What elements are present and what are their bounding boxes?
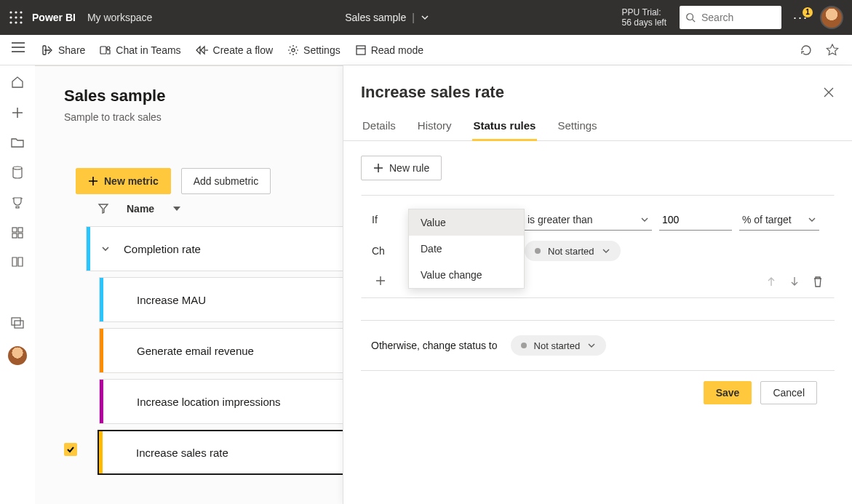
new-rule-button[interactable]: New rule xyxy=(361,156,442,180)
expand-toggle[interactable] xyxy=(90,244,121,253)
delete-rule-button[interactable] xyxy=(812,276,824,287)
svg-rect-22 xyxy=(18,228,23,232)
status-dot-icon xyxy=(535,248,541,254)
plus-icon xyxy=(88,176,98,186)
tab-settings[interactable]: Settings xyxy=(556,115,598,140)
svg-point-8 xyxy=(20,21,22,23)
arrow-up-icon xyxy=(765,276,777,287)
nav-rail xyxy=(0,65,35,365)
workspaces-icon xyxy=(11,317,24,329)
svg-rect-15 xyxy=(100,47,106,54)
more-badge: 1 xyxy=(803,7,813,17)
svg-point-20 xyxy=(13,167,22,169)
close-icon xyxy=(823,87,835,98)
status-color-bar xyxy=(100,278,103,321)
svg-point-5 xyxy=(20,16,22,18)
trial-status[interactable]: PPU Trial: 56 days left xyxy=(622,7,666,28)
document-switcher[interactable]: Sales sample | xyxy=(345,12,429,23)
name-column-header[interactable]: Name xyxy=(127,203,154,215)
chevron-down-icon xyxy=(602,247,610,255)
share-button[interactable]: Share xyxy=(42,44,85,56)
rail-home[interactable] xyxy=(11,76,24,89)
svg-point-9 xyxy=(687,14,693,20)
read-icon xyxy=(355,44,367,56)
otherwise-row: Otherwise, change status to Not started xyxy=(361,320,835,371)
rail-workspaces[interactable] xyxy=(11,317,24,329)
move-up-button[interactable] xyxy=(765,276,777,287)
rail-create[interactable] xyxy=(11,106,24,119)
cancel-button[interactable]: Cancel xyxy=(760,381,817,404)
rail-my-workspace[interactable] xyxy=(8,346,27,365)
rail-browse[interactable] xyxy=(11,137,24,148)
tab-details[interactable]: Details xyxy=(361,115,397,140)
rail-goals[interactable] xyxy=(11,196,24,209)
trash-icon xyxy=(812,276,824,287)
flow-icon xyxy=(196,45,209,55)
create-flow-button[interactable]: Create a flow xyxy=(196,44,273,56)
user-avatar[interactable] xyxy=(820,6,843,29)
search-icon xyxy=(685,12,696,23)
chat-teams-button[interactable]: Chat in Teams xyxy=(100,44,180,56)
favorite-button[interactable] xyxy=(826,44,839,57)
panel-tabs: DetailsHistoryStatus rulesSettings xyxy=(343,106,852,141)
read-mode-button[interactable]: Read mode xyxy=(355,44,423,56)
status-select[interactable]: Not started xyxy=(525,241,621,261)
data-icon xyxy=(12,166,23,179)
hamburger-icon[interactable] xyxy=(12,42,25,52)
svg-rect-24 xyxy=(18,233,23,238)
svg-point-0 xyxy=(9,11,12,13)
field-option-value[interactable]: Value xyxy=(409,209,524,236)
move-down-button[interactable] xyxy=(789,276,800,287)
panel-title: Increase sales rate xyxy=(361,83,504,102)
rail-learn[interactable] xyxy=(11,256,24,268)
page-subtitle: Sample to track sales xyxy=(64,111,165,123)
trophy-icon xyxy=(11,196,24,209)
unit-select[interactable]: % of target xyxy=(739,209,819,231)
app-launcher-icon[interactable] xyxy=(9,10,23,25)
settings-button[interactable]: Settings xyxy=(287,44,341,56)
search-box[interactable] xyxy=(680,6,781,29)
book-icon xyxy=(11,256,24,268)
threshold-input[interactable] xyxy=(659,209,732,231)
share-icon xyxy=(42,44,54,56)
plus-icon xyxy=(373,163,383,173)
close-button[interactable] xyxy=(823,87,835,98)
status-color-bar xyxy=(100,329,103,372)
plus-icon xyxy=(11,106,24,119)
row-checkbox[interactable] xyxy=(64,443,77,456)
chevron-down-icon xyxy=(640,215,649,224)
search-input[interactable] xyxy=(700,11,765,24)
svg-point-3 xyxy=(9,16,12,18)
rail-apps[interactable] xyxy=(12,227,23,239)
if-condition-row: If Value is greater than % of target Val… xyxy=(372,209,824,231)
arrow-down-icon xyxy=(789,276,800,287)
tab-history[interactable]: History xyxy=(416,115,453,140)
tab-status-rules[interactable]: Status rules xyxy=(472,115,538,141)
svg-point-2 xyxy=(20,11,22,13)
field-option-date[interactable]: Date xyxy=(409,236,524,262)
workspace-label[interactable]: My workspace xyxy=(87,12,152,23)
more-menu[interactable]: ··· 1 xyxy=(793,10,808,25)
save-button[interactable]: Save xyxy=(704,381,752,404)
sort-icon[interactable] xyxy=(173,207,180,211)
add-submetric-button[interactable]: Add submetric xyxy=(181,168,271,194)
chevron-down-icon xyxy=(421,13,429,22)
new-metric-button[interactable]: New metric xyxy=(76,168,171,194)
field-option-value-change[interactable]: Value change xyxy=(409,262,524,288)
field-dropdown: ValueDateValue change xyxy=(408,209,525,289)
refresh-button[interactable] xyxy=(800,44,813,57)
svg-line-10 xyxy=(693,20,696,23)
home-icon xyxy=(11,76,24,89)
svg-point-17 xyxy=(292,48,295,51)
plus-icon xyxy=(375,275,386,287)
svg-rect-23 xyxy=(12,233,17,238)
otherwise-status-select[interactable]: Not started xyxy=(511,335,607,356)
rail-data[interactable] xyxy=(12,166,23,179)
svg-point-6 xyxy=(9,21,12,23)
status-color-bar xyxy=(99,431,103,473)
operator-select[interactable]: is greater than xyxy=(525,209,652,231)
add-condition-button[interactable] xyxy=(372,275,386,287)
rule-block: If Value is greater than % of target Val… xyxy=(361,195,835,298)
filter-icon[interactable] xyxy=(97,203,109,215)
topbar: Power BI My workspace Sales sample | PPU… xyxy=(0,0,852,35)
